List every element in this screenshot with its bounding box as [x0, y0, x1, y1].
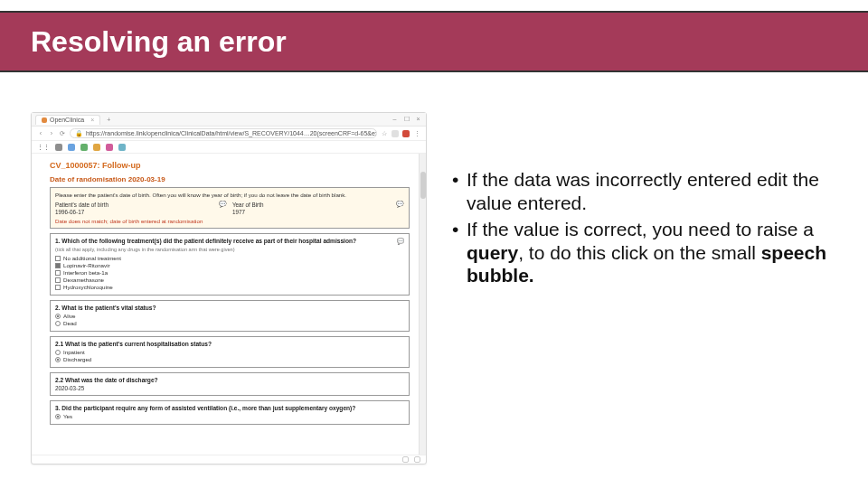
radio-option[interactable]: Yes	[55, 413, 404, 419]
radio-option[interactable]: Discharged	[55, 356, 404, 362]
checkbox-option[interactable]: Hydroxychloroquine	[55, 284, 404, 290]
q1-block: 1. Which of the following treatment(s) d…	[50, 233, 410, 296]
bullet-list: If the data was incorrectly entered edit…	[452, 168, 832, 287]
checkbox-option[interactable]: Interferon beta-1a	[55, 269, 404, 276]
url-bar[interactable]: 🔒 https://randomise.link/openclinica/Cli…	[70, 128, 377, 138]
bookmark-icon[interactable]	[55, 144, 62, 151]
browser-footer	[32, 455, 426, 464]
bookmark-icon[interactable]	[118, 144, 126, 151]
title-bar: Resolving an error	[0, 11, 868, 72]
speech-bubble-icon[interactable]: 💬	[397, 238, 404, 245]
checkbox-option[interactable]: No additional treatment	[55, 255, 404, 261]
bookmark-icon[interactable]	[80, 144, 88, 151]
scrollbar[interactable]	[419, 154, 426, 455]
dob-block: Please enter the patient's date of birth…	[50, 187, 410, 229]
bookmark-icon[interactable]	[68, 144, 75, 151]
window-close-icon[interactable]: ×	[414, 116, 422, 123]
speech-bubble-icon[interactable]: 💬	[219, 201, 227, 208]
slide-title: Resolving an error	[31, 25, 287, 59]
menu-icon[interactable]: ⋮	[413, 130, 420, 137]
checkbox-option[interactable]: Dexamethasone	[55, 277, 404, 283]
q1-subtext: (tick all that apply, including any drug…	[55, 247, 404, 252]
tab-label: OpenClinica	[50, 117, 84, 123]
bullet-item: If the data was incorrectly entered edit…	[452, 168, 832, 214]
footer-icon[interactable]	[402, 456, 409, 463]
window-maximize-icon[interactable]: ☐	[402, 116, 410, 123]
browser-window: OpenClinica × + – ☐ × ‹ › ⟳ 🔒	[31, 112, 427, 465]
q22-text: 2.2 What was the date of discharge?	[55, 377, 158, 383]
q3-block: 3. Did the participant require any form …	[50, 400, 410, 425]
dob-instruction: Please enter the patient's date of birth…	[55, 192, 404, 198]
scrollbar-thumb[interactable]	[420, 172, 426, 199]
q22-block: 2.2 What was the date of discharge? 2020…	[50, 372, 410, 396]
lock-icon: 🔒	[75, 130, 83, 137]
validation-error: Date does not match; date of birth enter…	[55, 218, 404, 224]
form-document: CV_1000057: Follow-up Date of randomisat…	[32, 154, 419, 455]
url-text: https://randomise.link/openclinica/Clini…	[86, 130, 377, 136]
tab-favicon	[42, 117, 47, 123]
bookmarks-bar: ⋮⋮	[32, 141, 426, 154]
bullet-column: If the data was incorrectly entered edit…	[434, 96, 868, 475]
nav-back-icon[interactable]: ‹	[37, 130, 44, 136]
q2-text: 2. What is the patient's vital status?	[55, 305, 156, 311]
star-icon[interactable]: ☆	[381, 130, 388, 137]
bookmark-icon[interactable]	[106, 144, 113, 151]
extension-icon[interactable]	[392, 130, 399, 137]
q3-text: 3. Did the participant require any form …	[55, 405, 355, 411]
window-controls: – ☐ ×	[391, 116, 422, 123]
nav-forward-icon[interactable]: ›	[48, 130, 55, 136]
form-heading: CV_1000057: Follow-up	[50, 161, 410, 170]
dob-value[interactable]: 1996-06-17	[55, 209, 227, 215]
q2-block: 2. What is the patient's vital status? A…	[50, 300, 410, 332]
browser-tabstrip: OpenClinica × + – ☐ ×	[32, 113, 426, 127]
content-area: OpenClinica × + – ☐ × ‹ › ⟳ 🔒	[0, 96, 868, 475]
new-tab-button[interactable]: +	[104, 115, 113, 124]
form-section-heading: Date of randomisation 2020-03-19	[50, 175, 410, 183]
yob-value[interactable]: 1977	[232, 209, 404, 215]
bookmark-icon[interactable]	[93, 144, 100, 151]
apps-icon[interactable]: ⋮⋮	[37, 144, 50, 151]
bullet-item: If the value is correct, you need to rai…	[452, 218, 832, 287]
q21-text: 2.1 What is the patient's current hospit…	[55, 341, 212, 347]
url-row: ‹ › ⟳ 🔒 https://randomise.link/openclini…	[32, 127, 426, 141]
checkbox-option[interactable]: Lopinavir-Ritonavir	[55, 262, 404, 268]
tab-close-icon[interactable]: ×	[90, 117, 94, 123]
radio-option[interactable]: Alive	[55, 313, 404, 319]
radio-option[interactable]: Inpatient	[55, 349, 404, 355]
window-minimize-icon[interactable]: –	[391, 116, 399, 123]
nav-reload-icon[interactable]: ⟳	[59, 130, 66, 137]
dob-label: Patient's date of birth	[55, 202, 108, 208]
radio-option[interactable]: Dead	[55, 320, 404, 326]
q1-text: 1. Which of the following treatment(s) d…	[55, 238, 356, 245]
extension-icon[interactable]	[402, 130, 410, 137]
footer-icon[interactable]	[414, 456, 420, 463]
q22-value[interactable]: 2020-03-25	[55, 385, 404, 391]
speech-bubble-icon[interactable]: 💬	[396, 201, 404, 208]
q21-block: 2.1 What is the patient's current hospit…	[50, 336, 410, 368]
screenshot-column: OpenClinica × + – ☐ × ‹ › ⟳ 🔒	[0, 96, 434, 475]
browser-tab[interactable]: OpenClinica ×	[35, 115, 100, 125]
yob-label: Year of Birth	[232, 202, 263, 208]
